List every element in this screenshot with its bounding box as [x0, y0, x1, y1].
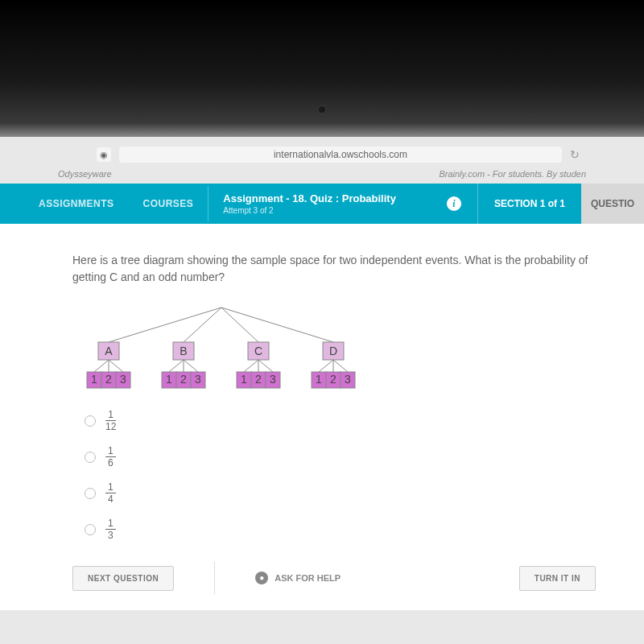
screen-area: ◉ internationalvla.owschools.com ↻ Odyss…: [0, 137, 644, 644]
svg-line-2: [221, 308, 258, 342]
svg-text:3: 3: [270, 373, 276, 386]
tree-diagram: A 1 2 3 B 1 2 3 C 1 2 3: [80, 306, 370, 390]
svg-text:1: 1: [241, 373, 247, 386]
svg-line-8: [109, 360, 123, 372]
svg-line-6: [94, 360, 109, 372]
option-4[interactable]: 13: [85, 518, 596, 540]
assignment-info: Assignment - 18. Quiz : Probability Atte…: [208, 186, 431, 221]
tree-node-a: A 1 2 3: [87, 342, 130, 388]
svg-text:2: 2: [255, 373, 262, 386]
divider: [214, 562, 215, 594]
next-question-button[interactable]: NEXT QUESTION: [72, 566, 174, 591]
ask-label: ASK FOR HELP: [275, 573, 341, 583]
svg-text:3: 3: [345, 373, 351, 386]
radio-icon[interactable]: [85, 452, 96, 463]
svg-line-19: [184, 360, 198, 372]
svg-text:3: 3: [195, 373, 201, 386]
browser-tabs: Odysseyware Brainly.com - For students. …: [0, 166, 644, 184]
svg-text:1: 1: [91, 373, 97, 386]
svg-text:D: D: [329, 345, 337, 357]
tree-node-d: D 1 2 3: [312, 342, 355, 388]
option-2[interactable]: 16: [85, 446, 596, 468]
question-content: Here is a tree diagram showing the sampl…: [0, 224, 644, 610]
svg-text:C: C: [254, 345, 262, 357]
radio-icon[interactable]: [85, 488, 96, 499]
tab-odysseyware[interactable]: Odysseyware: [48, 166, 429, 184]
section-indicator: SECTION 1 of 1: [477, 184, 581, 224]
refresh-icon[interactable]: ↻: [570, 148, 580, 161]
help-icon: ●: [255, 572, 268, 584]
question-tab[interactable]: QUESTIO: [581, 184, 644, 224]
url-field[interactable]: internationalvla.owschools.com: [119, 147, 562, 163]
svg-line-30: [258, 360, 273, 372]
assignment-title: Assignment - 18. Quiz : Probability: [223, 192, 416, 204]
svg-text:B: B: [180, 345, 187, 357]
bottom-action-bar: NEXT QUESTION ● ASK FOR HELP TURN IT IN: [0, 562, 644, 594]
turn-it-in-button[interactable]: TURN IT IN: [519, 566, 596, 591]
svg-text:1: 1: [166, 373, 172, 386]
option-3[interactable]: 14: [85, 482, 596, 504]
svg-line-28: [244, 360, 258, 372]
option-1[interactable]: 112: [85, 410, 596, 431]
svg-text:1: 1: [316, 373, 322, 386]
laptop-bezel: [0, 0, 644, 137]
svg-line-41: [333, 360, 348, 372]
svg-text:2: 2: [105, 373, 112, 386]
tree-node-b: B 1 2 3: [162, 342, 205, 388]
fraction-label: 13: [105, 518, 116, 540]
app-header: ASSIGNMENTS COURSES Assignment - 18. Qui…: [0, 184, 644, 224]
svg-text:2: 2: [180, 373, 187, 386]
tree-node-c: C 1 2 3: [237, 342, 280, 388]
fraction-label: 14: [105, 482, 116, 504]
site-icon: ◉: [97, 147, 111, 162]
svg-line-17: [169, 360, 184, 372]
question-text: Here is a tree diagram showing the sampl…: [72, 252, 596, 286]
radio-icon[interactable]: [85, 524, 96, 535]
svg-text:2: 2: [330, 373, 336, 386]
browser-url-bar: ◉ internationalvla.owschools.com ↻: [0, 143, 644, 166]
fraction-label: 112: [105, 410, 116, 431]
fraction-label: 16: [105, 446, 116, 468]
attempt-label: Attempt 3 of 2: [223, 206, 416, 215]
svg-line-1: [184, 308, 221, 342]
svg-line-3: [221, 308, 333, 342]
camera-icon: [317, 105, 327, 114]
info-icon[interactable]: i: [447, 196, 461, 211]
answer-options: 112 16 14 13: [85, 410, 596, 540]
nav-courses[interactable]: COURSES: [129, 198, 208, 209]
svg-text:A: A: [105, 345, 113, 357]
nav-assignments[interactable]: ASSIGNMENTS: [24, 198, 129, 209]
ask-for-help-button[interactable]: ● ASK FOR HELP: [255, 572, 341, 584]
tab-brainly[interactable]: Brainly.com - For students. By studen: [429, 166, 596, 184]
radio-icon[interactable]: [85, 415, 96, 427]
svg-text:3: 3: [120, 373, 126, 386]
svg-line-0: [109, 308, 221, 342]
svg-line-39: [319, 360, 333, 372]
